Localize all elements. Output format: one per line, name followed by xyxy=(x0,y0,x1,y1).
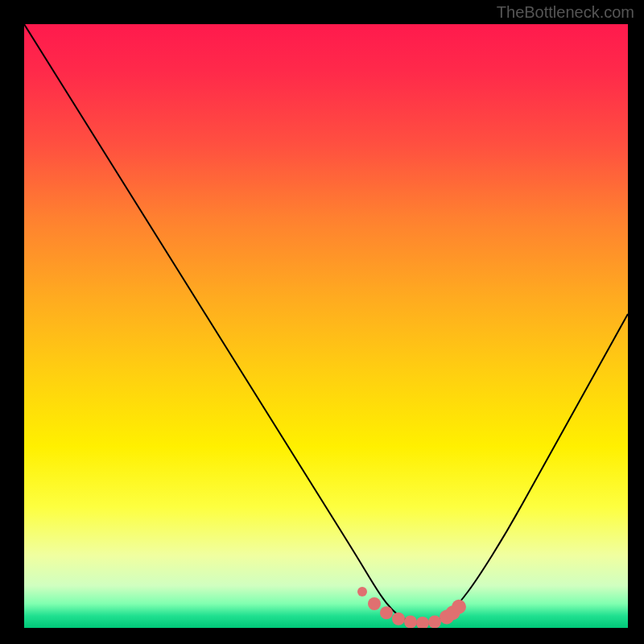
highlight-dot xyxy=(357,587,367,597)
highlight-dot xyxy=(452,600,466,614)
watermark-text: TheBottleneck.com xyxy=(497,3,634,22)
highlight-dot xyxy=(368,597,381,610)
highlight-dot xyxy=(416,617,429,628)
highlight-dot xyxy=(380,606,393,619)
dots-svg xyxy=(24,24,628,628)
highlight-dot xyxy=(392,613,405,625)
plot-area xyxy=(24,24,628,628)
highlight-dot xyxy=(428,616,441,629)
highlight-dot xyxy=(404,616,417,629)
optimal-band-dots xyxy=(357,587,466,628)
